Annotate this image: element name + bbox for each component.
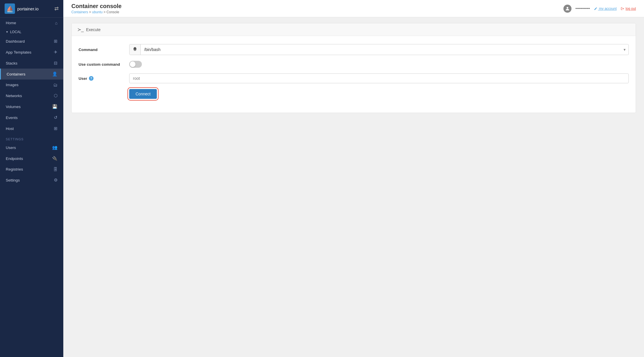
sidebar-item-app-templates[interactable]: App Templates ✈	[0, 47, 63, 58]
log-out-link[interactable]: log out	[621, 7, 636, 11]
custom-command-toggle[interactable]	[129, 61, 142, 68]
linux-icon-wrapper	[129, 44, 141, 55]
command-input-wrapper: /bin/bash /bin/sh /bin/zsh ▾	[129, 44, 629, 55]
sidebar-item-events[interactable]: Events ↺	[0, 112, 63, 123]
svg-text:⛵: ⛵	[6, 5, 14, 12]
portainer-logo-icon: ⛵	[5, 3, 15, 14]
toggle-knob	[130, 61, 136, 67]
sidebar-item-networks[interactable]: Networks ⬡	[0, 90, 63, 101]
connect-row: Connect	[79, 89, 629, 99]
events-icon: ↺	[54, 115, 58, 120]
users-icon: 👥	[52, 145, 58, 150]
chevron-down-icon: ▾	[621, 45, 628, 54]
registries-icon: 🗄	[53, 167, 58, 172]
sidebar-nav: Home ⌂ LOCAL Dashboard ⊞ App Templates ✈…	[0, 18, 63, 357]
containers-icon: 👤	[52, 71, 58, 77]
user-input[interactable]	[129, 73, 629, 83]
logo-text: portainer.io	[17, 6, 39, 11]
user-help-icon[interactable]: ?	[89, 76, 94, 81]
sidebar-item-users[interactable]: Users 👥	[0, 142, 63, 153]
top-header: Container console Containers > ubuntu > …	[63, 0, 644, 17]
settings-icon: ⚙	[54, 177, 58, 183]
connect-button[interactable]: Connect	[129, 89, 157, 99]
stacks-icon: ⊟	[54, 61, 58, 66]
command-row: Command /bin/bash /bin/sh /bin/zsh ▾	[79, 44, 629, 55]
endpoints-icon: 🔌	[52, 156, 58, 161]
command-select[interactable]: /bin/bash /bin/sh /bin/zsh	[141, 45, 621, 54]
dashboard-icon: ⊞	[54, 39, 58, 44]
linux-icon	[132, 47, 138, 52]
custom-command-row: Use custom command	[79, 61, 629, 68]
content-area: ≻_ Execute Command /bin/bash /bin/sh /bi…	[63, 17, 644, 357]
execute-header-label: Execute	[86, 27, 101, 32]
breadcrumb: Containers > ubuntu > Console	[71, 10, 121, 14]
settings-section-label: SETTINGS	[0, 134, 63, 142]
sidebar-item-settings[interactable]: Settings ⚙	[0, 175, 63, 186]
card-header: ≻_ Execute	[72, 23, 636, 36]
home-icon: ⌂	[55, 20, 58, 25]
sidebar-item-endpoints[interactable]: Endpoints 🔌	[0, 153, 63, 164]
user-area: •••••••••••• my account log out	[563, 5, 636, 13]
custom-command-label: Use custom command	[79, 62, 125, 67]
breadcrumb-sep1: >	[88, 10, 92, 14]
breadcrumb-ubuntu-link[interactable]: ubuntu	[92, 10, 103, 14]
toggle-wrapper	[129, 61, 142, 68]
breadcrumb-sep2: > Console	[102, 10, 119, 14]
sidebar-item-dashboard[interactable]: Dashboard ⊞	[0, 36, 63, 47]
transfer-icon: ⇄	[54, 5, 59, 12]
user-label: User ?	[79, 76, 125, 81]
execute-card: ≻_ Execute Command /bin/bash /bin/sh /bi…	[71, 23, 636, 113]
app-templates-icon: ✈	[54, 50, 58, 55]
terminal-icon: ≻_	[77, 27, 84, 32]
sidebar-item-volumes[interactable]: Volumes 💾	[0, 101, 63, 112]
sidebar-item-stacks[interactable]: Stacks ⊟	[0, 58, 63, 69]
networks-icon: ⬡	[54, 93, 58, 98]
sidebar-item-containers[interactable]: Containers 👤	[0, 69, 63, 80]
sidebar-header: ⛵ portainer.io ⇄	[0, 0, 63, 18]
svg-point-2	[567, 7, 568, 9]
main-content: Container console Containers > ubuntu > …	[63, 0, 644, 357]
volumes-icon: 💾	[52, 104, 58, 109]
avatar	[563, 5, 571, 13]
sidebar-item-registries[interactable]: Registries 🗄	[0, 164, 63, 175]
user-name-label: ••••••••••••	[576, 7, 590, 11]
my-account-link[interactable]: my account	[594, 7, 617, 11]
card-body: Command /bin/bash /bin/sh /bin/zsh ▾	[72, 36, 636, 113]
command-label: Command	[79, 48, 125, 52]
sidebar-item-images[interactable]: Images 🗂	[0, 80, 63, 90]
images-icon: 🗂	[53, 82, 58, 87]
sidebar-item-host[interactable]: Host ⊞	[0, 123, 63, 134]
page-title: Container console	[71, 3, 121, 10]
page-title-area: Container console Containers > ubuntu > …	[71, 3, 121, 14]
sidebar: ⛵ portainer.io ⇄ Home ⌂ LOCAL Dashboard …	[0, 0, 63, 357]
sidebar-item-home[interactable]: Home ⌂	[0, 18, 63, 28]
breadcrumb-containers-link[interactable]: Containers	[71, 10, 88, 14]
host-icon: ⊞	[54, 126, 58, 131]
local-group-label: LOCAL	[0, 28, 63, 36]
user-row: User ?	[79, 73, 629, 83]
